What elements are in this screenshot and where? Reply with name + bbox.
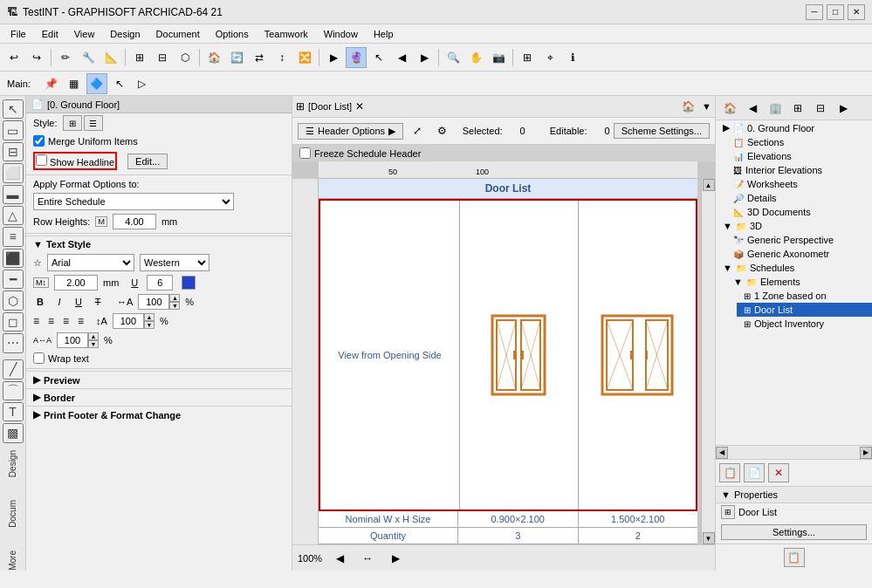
place-btn[interactable]: 📌	[41, 73, 62, 94]
pan-btn[interactable]: ✋	[465, 47, 486, 68]
close-button[interactable]: ✕	[848, 4, 865, 20]
copy-action-btn[interactable]: 📋	[719, 463, 740, 482]
footer-header[interactable]: ▶ Print Footer & Format Change	[26, 406, 292, 423]
align-right-icon[interactable]: ≡	[63, 315, 69, 327]
tool-btn-4[interactable]: ⊞	[129, 47, 150, 68]
scale-down-1[interactable]: ▼	[169, 302, 180, 310]
scale-down-2[interactable]: ▼	[144, 321, 154, 329]
text-tool[interactable]: T	[3, 402, 24, 421]
undo-button[interactable]: ↩	[3, 47, 24, 68]
tree-item-worksheets[interactable]: 📝 Worksheets	[726, 177, 872, 191]
scale-input-2[interactable]	[113, 313, 144, 329]
scale-input-3[interactable]	[57, 332, 88, 348]
scroll-bar-v[interactable]: ▲ ▼	[701, 179, 715, 544]
scroll-down-btn[interactable]: ▼	[703, 532, 715, 544]
zoom-btn[interactable]: 🔍	[443, 47, 463, 68]
freeze-checkbox[interactable]	[299, 147, 311, 159]
tree-item-elevations[interactable]: 📊 Elevations	[726, 149, 872, 163]
magic-btn[interactable]: 🔮	[346, 47, 367, 68]
camera-btn[interactable]: 📷	[488, 47, 509, 68]
menu-window[interactable]: Window	[317, 27, 365, 41]
arc-tool[interactable]: ⌒	[3, 381, 24, 400]
rt-back-btn[interactable]: ◀	[742, 98, 763, 119]
scroll-left-btn[interactable]: ◀	[716, 447, 728, 459]
home-view-btn[interactable]: 🏠	[677, 96, 698, 117]
stair-tool[interactable]: ≡	[3, 227, 24, 246]
menu-design[interactable]: Design	[103, 27, 147, 41]
apply-format-select[interactable]: Entire Schedule	[33, 193, 234, 210]
style-grid-btn[interactable]: ⊞	[63, 115, 82, 131]
tool-btn-9[interactable]: ⇄	[249, 47, 270, 68]
edit-button[interactable]: Edit...	[127, 154, 168, 169]
nav-btn-1[interactable]: ◀	[391, 47, 412, 68]
zoom-next-btn[interactable]: ▶	[385, 548, 406, 569]
zoom-fit-btn[interactable]: ↔	[357, 548, 378, 569]
tree-item-details[interactable]: 🔎 Details	[726, 191, 872, 205]
tree-item-interior-elevations[interactable]: 🖼 Interior Elevations	[726, 163, 872, 177]
tree-item-ground-floor[interactable]: ▶ 📄 0. Ground Floor	[716, 120, 872, 135]
arrow3-btn[interactable]: ▷	[132, 73, 153, 94]
scale-up-2[interactable]: ▲	[144, 313, 154, 321]
tool-btn-10[interactable]: ↕	[271, 47, 292, 68]
menu-edit[interactable]: Edit	[35, 27, 65, 41]
minimize-button[interactable]: ─	[806, 4, 823, 20]
tree-item-object-inventory[interactable]: ⊞ Object Inventory	[737, 317, 872, 331]
scale-up-1[interactable]: ▲	[169, 294, 180, 302]
tool-btn-5[interactable]: ⊟	[152, 47, 173, 68]
merge-checkbox[interactable]	[33, 135, 45, 147]
rt-forward-btn[interactable]: ▶	[833, 98, 854, 119]
scale-down-3[interactable]: ▼	[88, 340, 99, 348]
arrow2-btn[interactable]: ↖	[109, 73, 130, 94]
text-style-header[interactable]: ▼ Text Style	[26, 236, 292, 252]
tree-item-elements[interactable]: ▼ 📁 Elements	[726, 275, 872, 289]
wrap-text-checkbox[interactable]	[33, 352, 45, 364]
restore-button[interactable]: □	[827, 4, 844, 20]
snap-btn[interactable]: ⌖	[539, 47, 560, 68]
tree-item-3d[interactable]: ▼ 📁 3D	[716, 219, 872, 233]
right-scrollbar-h[interactable]: ◀ ▶	[716, 445, 872, 459]
style-list-btn[interactable]: ☰	[84, 115, 103, 131]
tool-btn-1[interactable]: ✏	[55, 47, 76, 68]
grid-btn[interactable]: ⊞	[517, 47, 538, 68]
tree-item-schedules[interactable]: ▼ 📁 Schedules	[716, 261, 872, 275]
menu-file[interactable]: File	[3, 27, 33, 41]
tool-btn-2[interactable]: 🔧	[78, 47, 99, 68]
line-tool[interactable]: ╱	[3, 359, 24, 379]
menu-document[interactable]: Document	[149, 27, 207, 41]
scheme-settings-btn[interactable]: Scheme Settings...	[614, 123, 710, 139]
redo-button[interactable]: ↪	[26, 47, 47, 68]
tree-item-door-list[interactable]: ⊞ Door List	[737, 303, 872, 317]
select-btn[interactable]: ▶	[323, 47, 344, 68]
menu-teamwork[interactable]: Teamwork	[257, 27, 315, 41]
rt-layers-btn[interactable]: ⊞	[787, 98, 808, 119]
font-select[interactable]: Arial	[47, 254, 134, 271]
align-center-icon[interactable]: ≡	[48, 315, 54, 327]
zone-tool[interactable]: ◻	[3, 312, 24, 332]
tool-btn-8[interactable]: 🔄	[226, 47, 247, 68]
active-btn[interactable]: 🔷	[86, 73, 107, 94]
tool-btn-11[interactable]: 🔀	[294, 47, 315, 68]
roof-tool[interactable]: △	[3, 206, 24, 225]
row-heights-input[interactable]	[113, 214, 156, 229]
arrow-tool[interactable]: ↖	[3, 99, 24, 119]
rt-home-btn[interactable]: 🏠	[719, 98, 740, 119]
scale-input-1[interactable]	[138, 294, 169, 310]
tree-item-sections[interactable]: 📋 Sections	[726, 135, 872, 149]
rt-building-btn[interactable]: 🏢	[765, 98, 786, 119]
beam-tool[interactable]: ━	[3, 270, 24, 289]
settings-button[interactable]: Settings...	[721, 524, 867, 540]
object-tool[interactable]: ⬡	[3, 291, 24, 310]
menu-view[interactable]: View	[67, 27, 102, 41]
rt-grid-btn[interactable]: ⊟	[810, 98, 831, 119]
encoding-select[interactable]: Western	[140, 254, 209, 271]
wall-tool[interactable]: ▭	[3, 120, 24, 140]
align-left-icon[interactable]: ≡	[33, 315, 39, 327]
pt-input[interactable]	[147, 275, 173, 291]
menu-options[interactable]: Options	[209, 27, 256, 41]
color-picker[interactable]	[182, 276, 196, 290]
scroll-up-btn[interactable]: ▲	[703, 179, 715, 191]
bottom-icon-btn[interactable]: 📋	[784, 548, 805, 567]
scale-up-3[interactable]: ▲	[88, 332, 99, 340]
font-size-input[interactable]	[54, 275, 98, 291]
border-header[interactable]: ▶ Border	[26, 388, 292, 406]
